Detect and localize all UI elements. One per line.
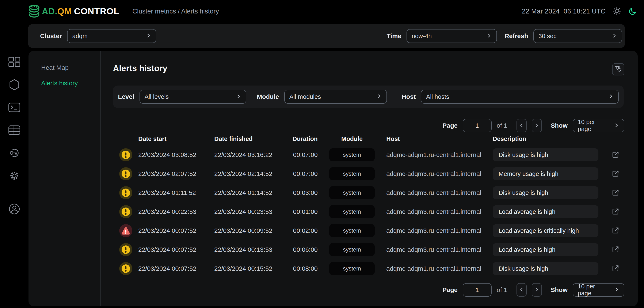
prev-page-button[interactable] [516, 283, 527, 297]
description-value: Disk usage is high [493, 186, 598, 199]
col-duration: Duration [292, 136, 318, 143]
time-range-value: now-4h [412, 33, 432, 40]
warning-icon [119, 205, 132, 218]
external-link-icon [611, 151, 620, 159]
open-alert-button[interactable] [611, 264, 620, 273]
logo-control: CONTROL [74, 6, 120, 16]
alert-row: 22/03/2024 03:08:52 22/03/2024 03:16:22 … [101, 145, 638, 164]
description-value: Load average is high [493, 243, 598, 256]
open-alert-button[interactable] [611, 207, 620, 216]
description-cell: Load average is high [493, 243, 598, 256]
open-alert-button[interactable] [611, 169, 620, 178]
sidebar-item-cluster[interactable] [8, 78, 21, 91]
reset-filters-button[interactable] [612, 63, 624, 75]
link-cell [598, 150, 624, 159]
external-link-icon [611, 245, 620, 254]
dark-theme-button[interactable] [628, 6, 638, 16]
terminal-icon [8, 101, 20, 114]
sidebar-divider [8, 194, 20, 194]
date-start-cell: 22/03/2024 03:08:52 [138, 151, 214, 158]
open-alert-button[interactable] [611, 150, 620, 159]
date-start-cell: 22/03/2024 01:11:52 [138, 189, 214, 196]
link-cell [598, 188, 624, 197]
host-cell: adqmc-adqm3.ru-central1.internal [386, 246, 493, 253]
level-label: Level [118, 93, 134, 100]
show-label: Show [551, 286, 568, 294]
nav-item-heat-map[interactable]: Heat Map [41, 64, 68, 71]
page-number-input[interactable] [463, 283, 492, 297]
per-page-select[interactable]: 10 per page [573, 119, 624, 132]
module-cell: system [318, 186, 386, 199]
refresh-interval-value: 30 sec [538, 33, 556, 40]
severity-cell [119, 205, 132, 218]
level-select-value: All levels [144, 93, 169, 100]
link-cell [598, 169, 624, 178]
sidebar-item-settings[interactable] [8, 169, 21, 182]
warning-icon [119, 167, 132, 180]
date-finished-cell: 22/03/2024 02:14:52 [214, 170, 292, 177]
module-cell: system [318, 224, 386, 237]
col-date-finished: Date finished [214, 136, 292, 143]
page-of-text: of 1 [497, 122, 507, 129]
breadcrumb[interactable]: Cluster metrics / Alerts history [132, 7, 219, 15]
duration-cell: 00:07:00 [292, 170, 318, 177]
section-nav: Heat Map Alerts history [28, 51, 101, 306]
sidebar-item-access[interactable] [8, 147, 21, 160]
module-cell: system [318, 148, 386, 161]
module-label: Module [257, 93, 279, 100]
open-alert-button[interactable] [611, 226, 620, 235]
sidebar-item-dashboard[interactable] [8, 56, 21, 69]
chevron-left-icon [519, 287, 524, 293]
module-badge: system [329, 205, 375, 218]
pagination-top: Page of 1 Show 10 per page [101, 119, 624, 132]
date-start-cell: 22/03/2024 00:22:53 [138, 208, 214, 215]
open-alert-button[interactable] [611, 245, 620, 254]
pagination-bottom: Page of 1 Show 10 per page [101, 283, 624, 297]
sidebar-item-account[interactable] [8, 203, 21, 216]
cluster-select-value: adqm [72, 33, 88, 40]
module-cell: system [318, 262, 386, 275]
cluster-label: Cluster [40, 32, 62, 40]
nav-item-alerts-history[interactable]: Alerts history [41, 80, 78, 87]
sidebar-item-tables[interactable] [8, 124, 21, 137]
next-page-button[interactable] [532, 119, 542, 132]
time-range-select[interactable]: now-4h [406, 29, 497, 43]
description-value: Disk usage is high [493, 148, 598, 161]
module-select[interactable]: All modules [284, 90, 387, 104]
warning-icon [119, 243, 132, 256]
level-select[interactable]: All levels [140, 90, 246, 104]
open-alert-button[interactable] [611, 188, 620, 197]
host-select[interactable]: All hosts [421, 90, 619, 104]
chevron-right-icon [604, 94, 614, 100]
link-cell [598, 226, 624, 235]
per-page-select[interactable]: 10 per page [573, 283, 624, 297]
chevron-right-icon [534, 287, 540, 293]
severity-cell [119, 167, 132, 180]
alert-row: 22/03/2024 00:07:52 22/03/2024 00:15:52 … [101, 259, 638, 278]
date-start-cell: 22/03/2024 00:07:52 [138, 227, 214, 234]
refresh-interval-select[interactable]: 30 sec [534, 29, 622, 43]
date-finished-cell: 22/03/2024 00:15:52 [214, 265, 292, 272]
logo-text: AD.QMCONTROL [42, 6, 119, 16]
severity-cell [119, 148, 132, 161]
chevron-right-icon [610, 287, 619, 293]
description-value: Memory usage is high [493, 167, 598, 180]
duration-cell: 00:06:00 [292, 246, 318, 253]
time-label: Time [387, 32, 401, 40]
database-icon [28, 4, 41, 18]
date-finished-cell: 22/03/2024 00:09:52 [214, 227, 292, 234]
sidebar-item-console[interactable] [8, 101, 21, 114]
content-panel: Heat Map Alerts history Alerts history L… [28, 51, 638, 306]
cluster-select[interactable]: adqm [67, 29, 156, 43]
prev-page-button[interactable] [516, 119, 527, 132]
page-number-input[interactable] [463, 119, 492, 132]
external-link-icon [611, 207, 620, 216]
next-page-button[interactable] [532, 283, 542, 297]
logo-ad: AD. [42, 6, 58, 16]
module-badge: system [329, 224, 375, 237]
module-select-value: All modules [290, 93, 321, 100]
light-theme-button[interactable] [612, 6, 622, 16]
app-logo: AD.QMCONTROL [28, 4, 119, 18]
duration-cell: 00:08:00 [292, 265, 318, 272]
chevron-left-icon [519, 123, 524, 129]
